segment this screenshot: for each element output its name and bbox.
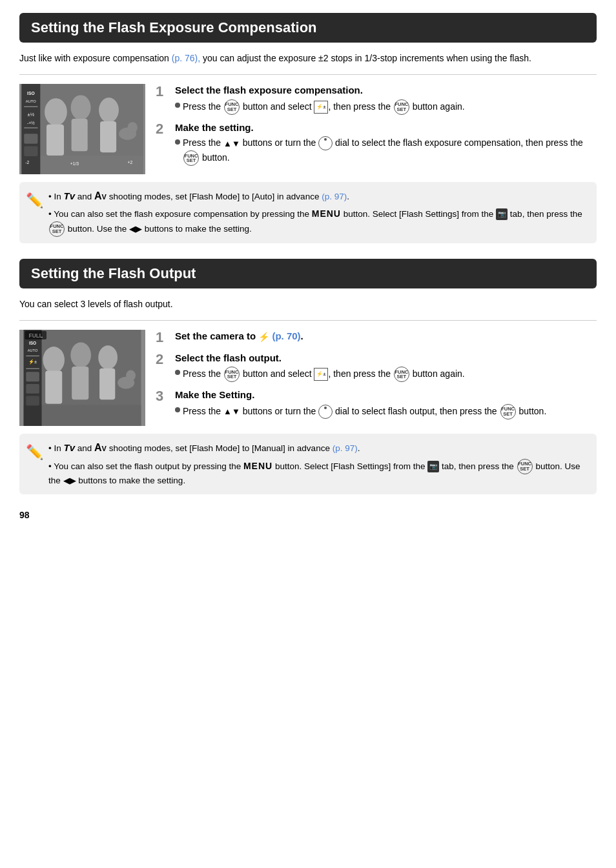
arrow-leftright-1: ◀▶	[129, 224, 142, 234]
svg-rect-31	[72, 367, 88, 399]
svg-point-30	[70, 342, 91, 367]
svg-rect-20	[24, 146, 37, 156]
bullet-dot	[175, 103, 180, 108]
section1-note-link1[interactable]: (p. 97)	[322, 192, 347, 201]
camera-tab-icon-2	[427, 461, 439, 472]
section2-step3-bullet: Press the ▲▼ buttons or turn the dial to…	[175, 404, 597, 419]
section1-intro: Just like with exposure compensation (p.…	[19, 52, 597, 65]
svg-rect-40	[26, 356, 39, 356]
svg-text:ISO: ISO	[29, 341, 36, 345]
svg-text:AUTO: AUTO	[28, 348, 38, 352]
svg-text:AUTO: AUTO	[26, 99, 36, 103]
svg-rect-43	[26, 372, 39, 381]
section2-step2-bullet: Press the FUNCSET button and select ⚡±, …	[175, 367, 597, 382]
section2-note-line1: • In Tv and Av shooting modes, set [Flas…	[48, 440, 588, 456]
flash-mode-icon: ⚡	[258, 331, 269, 343]
svg-rect-19	[24, 134, 37, 143]
svg-rect-45	[26, 396, 39, 405]
svg-text:+1/3: +1/3	[70, 161, 79, 166]
menu-text-2: MENU	[243, 460, 272, 470]
note-pencil-icon-1: ✏️	[26, 190, 43, 237]
dial-icon-2	[318, 405, 333, 419]
svg-text:±½: ±½	[28, 112, 35, 117]
func-set-button-8: FUNCSET	[517, 459, 533, 474]
func-set-button-7: FUNCSET	[500, 404, 516, 419]
section1-step1-bullet: Press the FUNCSET button and select ⚡±, …	[175, 99, 597, 115]
svg-text:+2: +2	[127, 160, 132, 165]
section1-step2-title: Make the setting.	[175, 121, 597, 134]
section2-step2: 2 Select the flash output. Press the FUN…	[156, 352, 597, 383]
page-number: 98	[19, 510, 597, 520]
func-set-button-3: FUNCSET	[183, 150, 199, 166]
svg-text:ISO: ISO	[27, 91, 35, 96]
section1-note-box: ✏️ • In Tv and Av shooting modes, set [F…	[19, 182, 597, 243]
svg-point-28	[43, 347, 65, 373]
bullet-dot-4	[175, 407, 180, 412]
section1-step2: 2 Make the setting. Press the ▲▼ buttons…	[156, 121, 597, 167]
svg-text:⚡±: ⚡±	[28, 359, 37, 365]
section2-content-area: FULL ISO AUTO ⚡± 1	[19, 330, 597, 426]
section1-step1: 1 Select the flash exposure compensation…	[156, 84, 597, 115]
func-set-button-1: FUNCSET	[224, 99, 240, 115]
section2-note-line2: • You can also set the flash output by p…	[48, 459, 588, 488]
section2-note-box: ✏️ • In Tv and Av shooting modes, set [F…	[19, 434, 597, 494]
flash-comp-icon-2: ⚡±	[314, 368, 328, 381]
note-pencil-icon-2: ✏️	[26, 441, 43, 488]
section1-divider	[19, 74, 597, 75]
svg-text:-2: -2	[25, 160, 29, 165]
section2-steps: 1 Set the camera to ⚡ (p. 70). 2 Select …	[156, 330, 597, 426]
section2-step3: 3 Make the Setting. Press the ▲▼ buttons…	[156, 389, 597, 419]
func-set-button-4: FUNCSET	[49, 221, 65, 237]
section1-step1-title: Select the flash exposure compensation.	[175, 84, 597, 97]
func-set-button-6: FUNCSET	[394, 367, 409, 382]
svg-point-32	[98, 345, 118, 369]
arrow-leftright-2: ◀▶	[63, 476, 76, 485]
svg-point-35	[126, 370, 136, 381]
bullet-dot-2	[175, 139, 180, 145]
svg-point-10	[128, 122, 138, 133]
svg-rect-44	[26, 384, 39, 394]
svg-rect-42	[26, 368, 39, 368]
section2-step1-title: Set the camera to ⚡ (p. 70).	[175, 330, 597, 343]
svg-text:-+½: -+½	[27, 121, 35, 125]
svg-point-7	[99, 97, 119, 123]
section2-intro: You can select 3 levels of flash output.	[19, 298, 597, 311]
section1-note-line1: • In Tv and Av shooting modes, set [Flas…	[48, 188, 588, 205]
section2-divider	[19, 320, 597, 321]
section2-step2-title: Select the flash output.	[175, 352, 597, 365]
svg-rect-6	[72, 119, 88, 151]
section1-steps: 1 Select the flash exposure compensation…	[156, 84, 597, 174]
section2-note-link1[interactable]: (p. 97)	[333, 443, 358, 453]
svg-rect-8	[100, 121, 116, 152]
func-set-button-5: FUNCSET	[224, 367, 240, 382]
section1-intro-link[interactable]: (p. 76),	[172, 53, 200, 63]
section2-step1-link[interactable]: (p. 70)	[272, 330, 300, 341]
camera-tab-icon-1	[496, 208, 508, 220]
svg-rect-4	[46, 125, 64, 156]
flash-comp-icon-1: ⚡±	[314, 101, 328, 114]
func-set-button-2: FUNCSET	[394, 99, 409, 115]
section1-header: Setting the Flash Exposure Compensation	[19, 13, 597, 43]
section1-content-area: ISO AUTO ±½ -+½ -2 +1/3 +2 1 Select the …	[19, 84, 597, 174]
svg-point-3	[45, 98, 67, 125]
section1-note-line2: • You can also set the flash exposure co…	[48, 207, 588, 237]
svg-rect-29	[45, 370, 62, 403]
dial-icon-1	[318, 136, 333, 150]
section1-camera-image: ISO AUTO ±½ -+½ -2 +1/3 +2	[19, 84, 145, 174]
section2-header: Setting the Flash Output	[19, 259, 597, 288]
section2-step3-title: Make the Setting.	[175, 389, 597, 401]
section2-step1: 1 Set the camera to ⚡ (p. 70).	[156, 330, 597, 345]
section1-step2-bullet: Press the ▲▼ buttons or turn the dial to…	[175, 136, 597, 166]
svg-rect-18	[24, 128, 37, 128]
svg-rect-12	[21, 84, 40, 174]
svg-point-5	[71, 95, 91, 120]
bullet-dot-3	[175, 370, 180, 375]
arrow-updown-1: ▲▼	[223, 139, 240, 148]
section2-camera-image: FULL ISO AUTO ⚡±	[19, 330, 145, 426]
menu-text-1: MENU	[312, 208, 341, 219]
arrow-updown-2: ▲▼	[223, 407, 240, 416]
svg-rect-15	[24, 106, 37, 107]
svg-rect-33	[99, 368, 115, 399]
